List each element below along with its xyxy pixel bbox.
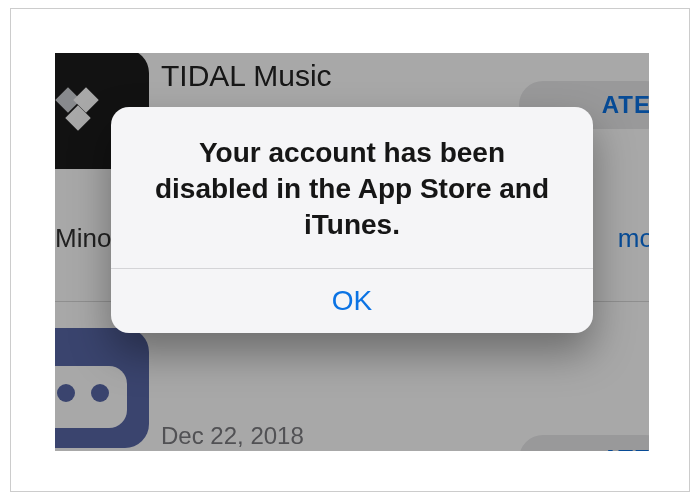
system-alert: Your account has been disabled in the Ap…: [111, 107, 593, 333]
screenshot-viewport: TIDAL Music ATE Mino more Dec 22, 2018 A…: [55, 53, 649, 451]
alert-message: Your account has been disabled in the Ap…: [139, 135, 565, 242]
ok-button[interactable]: OK: [111, 269, 593, 333]
document-frame: TIDAL Music ATE Mino more Dec 22, 2018 A…: [10, 8, 690, 492]
alert-body: Your account has been disabled in the Ap…: [111, 107, 593, 268]
